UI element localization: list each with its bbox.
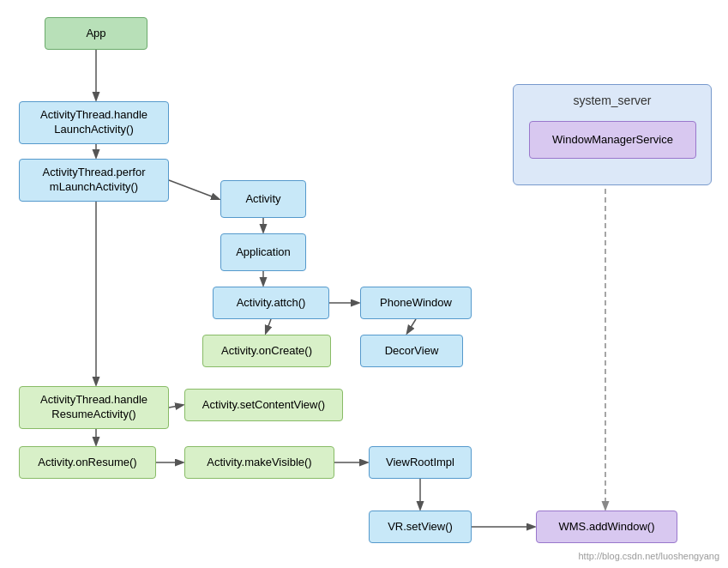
activity-onresume-node: Activity.onResume(): [19, 446, 156, 479]
handle-launch-node: ActivityThread.handle LaunchActivity(): [19, 101, 169, 144]
perform-launch-node: ActivityThread.perfor mLaunchActivity(): [19, 159, 169, 202]
app-node: App: [45, 17, 147, 50]
decor-view-node: DecorView: [360, 335, 463, 367]
watermark: http://blog.csdn.net/luoshengyang: [578, 551, 719, 561]
svg-line-2: [169, 180, 219, 199]
vr-setview-node: VR.setView(): [369, 511, 472, 543]
activity-oncreate-node: Activity.onCreate(): [202, 335, 331, 367]
application-node: Application: [220, 233, 306, 271]
wms-node: WindowManagerService: [529, 121, 696, 159]
svg-line-6: [407, 319, 416, 333]
handle-resume-node: ActivityThread.handle ResumeActivity(): [19, 386, 169, 429]
make-visible-node: Activity.makeVisible(): [184, 446, 334, 479]
svg-line-8: [169, 405, 183, 408]
svg-line-7: [266, 319, 271, 333]
server-container: system_server WindowManagerService: [513, 84, 712, 185]
activity-node: Activity: [220, 180, 306, 218]
activity-attach-node: Activity.attch(): [213, 287, 329, 319]
server-title: system_server: [573, 94, 651, 107]
wms-addwindow-node: WMS.addWindow(): [536, 511, 677, 543]
set-content-view-node: Activity.setContentView(): [184, 389, 343, 421]
view-root-impl-node: ViewRootImpl: [369, 446, 472, 479]
phone-window-node: PhoneWindow: [360, 287, 472, 319]
